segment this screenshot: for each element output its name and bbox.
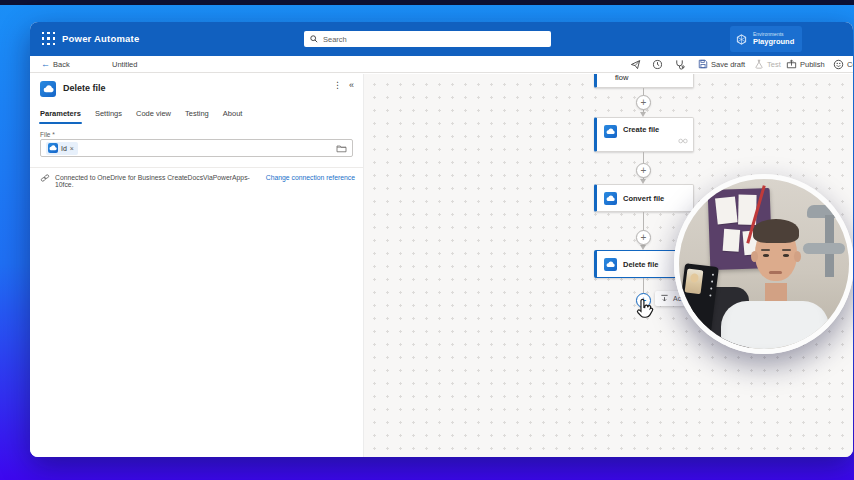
power-automate-window: Power Automate Search Environments Playg… — [30, 22, 853, 457]
file-input[interactable]: Id × — [40, 139, 353, 157]
change-connection-link[interactable]: Change connection reference — [266, 174, 355, 181]
cat-tree-shelf — [803, 243, 845, 254]
connection-glasses-icon — [678, 130, 688, 148]
global-search-input[interactable]: Search — [304, 31, 551, 47]
tab-parameters[interactable]: Parameters — [40, 109, 81, 124]
tab-code-view[interactable]: Code view — [136, 109, 171, 124]
tab-about[interactable]: About — [223, 109, 243, 124]
connection-status-text: Connected to OneDrive for Business Creat… — [55, 174, 253, 188]
presenter-hair — [753, 219, 799, 243]
mouse-cursor — [634, 297, 656, 321]
publish-icon — [786, 59, 797, 69]
file-field-label: File * — [40, 131, 55, 138]
insert-below-icon — [660, 294, 669, 303]
onedrive-node-icon — [604, 192, 617, 205]
environments-icon — [736, 34, 747, 45]
save-draft-button[interactable]: Save draft — [698, 56, 745, 72]
flow-name-label[interactable]: Untitled — [112, 56, 137, 72]
action-config-panel: Delete file ⋮ « Parameters Settings Code… — [30, 74, 363, 457]
node-label: Delete file — [623, 260, 658, 269]
panel-divider — [30, 167, 363, 168]
undo-history-button[interactable] — [652, 56, 663, 72]
panel-title: Delete file — [63, 83, 106, 93]
onedrive-icon — [40, 81, 56, 97]
onedrive-token-icon — [48, 143, 58, 153]
panel-collapse-button[interactable]: « — [349, 80, 354, 90]
back-button[interactable]: ← Back — [41, 56, 70, 72]
app-title: Power Automate — [62, 22, 139, 56]
environment-picker[interactable]: Environments Playground — [730, 26, 802, 52]
dynamic-content-token[interactable]: Id × — [46, 142, 78, 155]
connection-row: Connected to OneDrive for Business Creat… — [40, 174, 355, 188]
tab-testing[interactable]: Testing — [185, 109, 209, 124]
token-label: Id — [61, 145, 67, 152]
undo-history-icon — [652, 59, 663, 70]
flow-checker-button[interactable] — [674, 56, 685, 72]
send-feedback-icon — [630, 59, 641, 70]
connection-link-icon — [40, 173, 50, 183]
tab-settings[interactable]: Settings — [95, 109, 122, 124]
insert-action-button-2[interactable]: + — [636, 163, 651, 178]
token-remove-icon[interactable]: × — [70, 145, 74, 152]
flow-checker-icon — [674, 59, 685, 70]
back-arrow-icon: ← — [41, 60, 50, 69]
flow-node-trigger[interactable]: flow — [594, 74, 694, 88]
flow-canvas[interactable]: flow + Create file + Convert file + — [363, 74, 853, 457]
copilot-button[interactable]: Copilot — [833, 56, 853, 72]
node-label: flow — [615, 74, 628, 82]
send-feedback-button[interactable] — [630, 56, 641, 72]
flow-node-convert-file[interactable]: Convert file — [594, 184, 694, 212]
search-placeholder: Search — [323, 35, 347, 44]
file-picker-button[interactable] — [336, 144, 347, 153]
test-flask-icon — [754, 59, 764, 69]
panel-tabs: Parameters Settings Code view Testing Ab… — [40, 109, 242, 124]
presenter-shirt — [721, 301, 829, 354]
insert-action-button-1[interactable]: + — [636, 95, 651, 110]
insert-action-button-3[interactable]: + — [636, 230, 651, 245]
copilot-icon — [833, 59, 844, 70]
folder-icon — [336, 144, 347, 153]
app-launcher-icon[interactable] — [41, 31, 57, 47]
video-letterbox-strip — [0, 0, 854, 5]
test-button[interactable]: Test — [754, 56, 781, 72]
save-icon — [698, 59, 708, 69]
search-icon — [310, 35, 318, 43]
app-header: Power Automate Search Environments Playg… — [30, 22, 853, 56]
environment-name: Playground — [753, 37, 794, 46]
onedrive-node-icon — [604, 125, 617, 138]
onedrive-node-icon — [604, 258, 617, 271]
publish-button[interactable]: Publish — [786, 56, 825, 72]
node-label: Convert file — [623, 194, 664, 203]
webcam-overlay — [674, 174, 853, 354]
node-label: Create file — [623, 125, 659, 134]
connector-line — [643, 278, 644, 293]
panel-more-button[interactable]: ⋮ — [333, 80, 342, 90]
flow-node-create-file[interactable]: Create file — [594, 117, 694, 152]
designer-toolbar: ← Back Untitled Save draft Test Publish … — [30, 56, 853, 73]
